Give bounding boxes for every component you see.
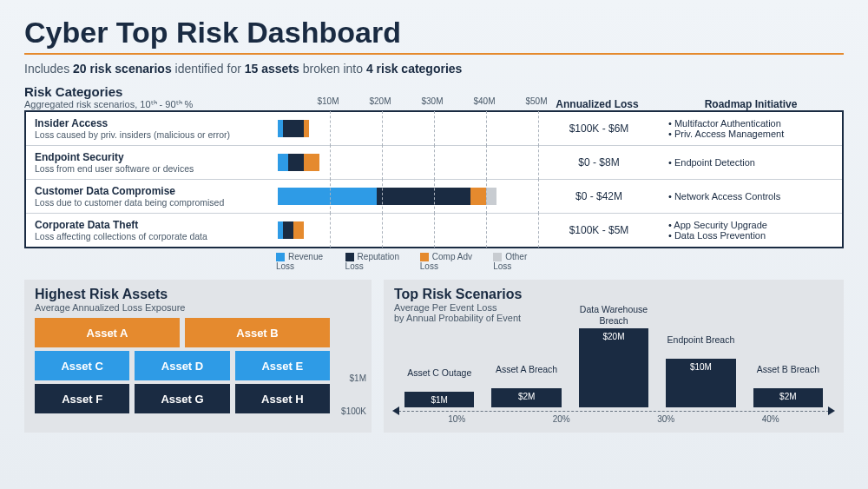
- swatch-revenue: [276, 253, 285, 261]
- scenario-bar: Data WarehouseBreach$20M: [579, 328, 648, 407]
- bar-segment-rep: [283, 221, 293, 239]
- scenarios-chart: Asset C Outage$1MAsset A Breach$2MData W…: [394, 328, 833, 412]
- risk-name: Customer Data Compromise: [35, 185, 269, 197]
- subtitle-bold: 15 assets: [245, 62, 299, 76]
- risk-desc: Loss due to customer data being compromi…: [35, 197, 269, 208]
- risk-row: Endpoint SecurityLoss from end user soft…: [26, 145, 842, 179]
- annualized-loss: $100K - $5M: [538, 224, 660, 236]
- scenarios-axis: 10%20%30%40%: [394, 412, 833, 424]
- scenario-bar: Asset C Outage$1M: [404, 392, 474, 407]
- risk-row: Customer Data CompromiseLoss due to cust…: [26, 179, 842, 213]
- legend: Revenue Loss Reputation Loss Comp Adv Lo…: [24, 252, 536, 271]
- swatch-compadv: [420, 253, 429, 261]
- bar-segment-comp: [470, 188, 486, 205]
- risk-name: Endpoint Security: [35, 151, 269, 163]
- bar-segment-comp: [304, 154, 319, 171]
- subtitle-text: Includes: [24, 62, 73, 76]
- risk-row: Corporate Data TheftLoss affecting colle…: [26, 213, 842, 247]
- scenario-label: Asset C Outage: [407, 367, 471, 379]
- swatch-other: [493, 253, 502, 261]
- roadmap-initiatives: Endpoint Detection: [660, 157, 842, 168]
- scenario-axis-tick: 30%: [657, 414, 674, 424]
- bar-segment-rep: [288, 154, 304, 171]
- asset-tier-row: Asset CAsset DAsset E: [35, 351, 330, 380]
- risk-bar: [278, 150, 538, 175]
- asset-cell: Asset F: [35, 384, 129, 413]
- roadmap-initiatives: Multifactor AuthenticationPriv. Access M…: [660, 118, 842, 139]
- roadmap-item: Multifactor Authentication: [668, 118, 842, 129]
- scenario-bar: Asset B Breach$2M: [753, 388, 823, 408]
- scenario-label: Data WarehouseBreach: [580, 304, 648, 326]
- asset-tier-row: Asset AAsset B: [35, 318, 330, 347]
- risk-row: Insider AccessLoss caused by priv. insid…: [26, 112, 842, 145]
- scenario-label: Asset B Breach: [757, 364, 819, 375]
- legend-item: Revenue Loss: [276, 252, 330, 271]
- assets-title: Highest Risk Assets: [35, 287, 361, 302]
- axis-tick: $40M: [473, 96, 495, 106]
- roadmap-item: Priv. Access Management: [668, 129, 842, 139]
- scenario-value: $20M: [603, 332, 625, 341]
- annualized-loss: $100K - $6M: [538, 122, 660, 135]
- scenario-bar: Asset A Breach$2M: [491, 388, 561, 408]
- roadmap-initiatives: Network Access Controls: [660, 191, 842, 202]
- scenario-value: $1M: [431, 395, 447, 405]
- asset-cell: Asset E: [235, 351, 330, 380]
- axis-tick: $30M: [421, 96, 443, 106]
- scenario-axis-tick: 40%: [762, 414, 779, 424]
- scenario-axis-tick: 10%: [448, 414, 465, 424]
- scenario-bar: Endpoint Breach$10M: [666, 359, 735, 407]
- subtitle-text: identified for: [172, 62, 245, 76]
- risk-categories-title: Risk Categories: [24, 84, 276, 99]
- swatch-reputation: [345, 253, 354, 261]
- bar-segment-comp: [304, 120, 309, 137]
- risk-desc: Loss from end user software or devices: [35, 163, 269, 174]
- asset-cell: Asset B: [185, 318, 330, 347]
- asset-cell: Asset H: [235, 384, 330, 413]
- roadmap-item: Data Loss Prevention: [668, 230, 842, 241]
- risk-bar: [278, 184, 538, 208]
- scenario-value: $10M: [690, 362, 712, 372]
- subtitle: Includes 20 risk scenarios identified fo…: [24, 62, 844, 76]
- header-annualized: Annualized Loss: [536, 98, 658, 110]
- bar-segment-rev: [278, 154, 288, 171]
- risk-axis: $10M $20M $30M $40M $50M: [276, 96, 536, 110]
- scenario-label: Asset A Breach: [496, 364, 557, 375]
- risk-bar: [278, 116, 538, 141]
- bar-segment-other: [486, 188, 496, 205]
- annualized-loss: $0 - $8M: [538, 156, 660, 169]
- asset-cell: Asset D: [135, 351, 229, 380]
- risk-name: Corporate Data Theft: [35, 219, 269, 231]
- bottom-panels: Highest Risk Assets Average Annualized L…: [24, 280, 844, 433]
- scenarios-title: Top Risk Scenarios: [394, 287, 833, 302]
- header-roadmap: Roadmap Initiative: [658, 98, 844, 110]
- scenario-value: $2M: [518, 392, 535, 401]
- asset-tick: $1M: [350, 373, 366, 383]
- asset-cell: Asset G: [135, 384, 229, 413]
- page-title: Cyber Top Risk Dashboard: [24, 16, 844, 50]
- asset-tick: $100K: [341, 406, 366, 416]
- subtitle-text: broken into: [299, 62, 366, 76]
- title-rule: [24, 53, 844, 55]
- legend-item: Other Loss: [493, 252, 536, 271]
- asset-cell: Asset C: [35, 351, 129, 380]
- roadmap-initiatives: App Security UpgradeData Loss Prevention: [660, 220, 842, 241]
- risk-desc: Loss caused by priv. insiders (malicious…: [35, 129, 269, 140]
- asset-cell: Asset A: [35, 318, 180, 347]
- scenario-axis-tick: 20%: [553, 414, 570, 424]
- bar-segment-rev: [278, 188, 377, 205]
- risk-bar: [278, 218, 538, 242]
- axis-tick: $20M: [369, 96, 391, 106]
- assets-subtitle: Average Annualized Loss Exposure: [35, 302, 361, 313]
- risk-name: Insider Access: [35, 117, 269, 129]
- risk-categories-header: Risk Categories Aggregated risk scenario…: [24, 84, 844, 110]
- axis-arrow-right-icon: [828, 406, 835, 415]
- risk-desc: Loss affecting collections of corporate …: [35, 231, 269, 241]
- asset-tier-row: Asset FAsset GAsset H: [35, 384, 330, 413]
- legend-item: Comp Adv Loss: [420, 252, 477, 271]
- bar-segment-comp: [293, 221, 304, 239]
- annualized-loss: $0 - $42M: [538, 190, 660, 202]
- highest-risk-assets-panel: Highest Risk Assets Average Annualized L…: [24, 280, 372, 433]
- bar-segment-rep: [377, 188, 470, 205]
- legend-item: Reputation Loss: [345, 252, 404, 271]
- axis-tick: $50M: [525, 96, 547, 106]
